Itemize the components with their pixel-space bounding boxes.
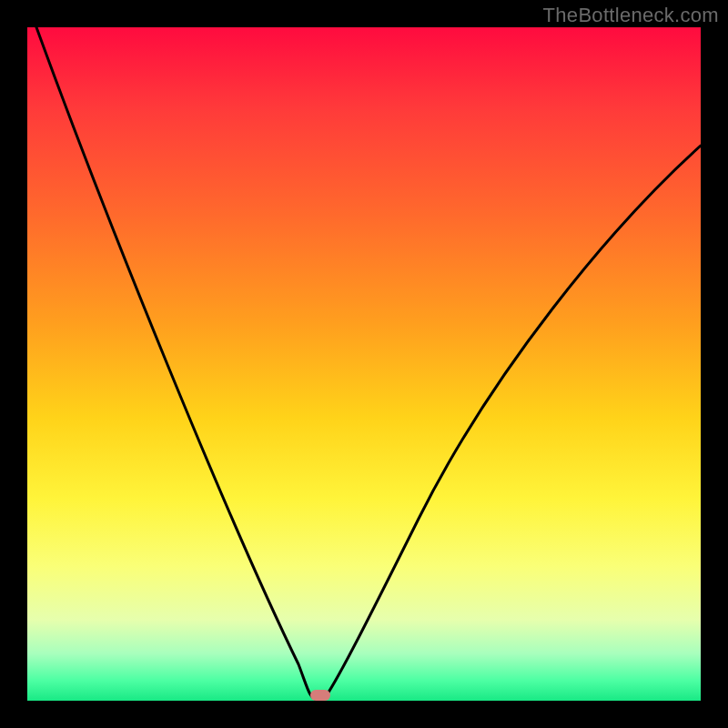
bottleneck-curve bbox=[27, 27, 701, 701]
chart-frame: TheBottleneck.com bbox=[0, 0, 728, 728]
watermark-text: TheBottleneck.com bbox=[543, 4, 719, 27]
plot-area bbox=[27, 27, 701, 701]
curve-path bbox=[36, 27, 701, 699]
minimum-marker bbox=[310, 690, 330, 701]
